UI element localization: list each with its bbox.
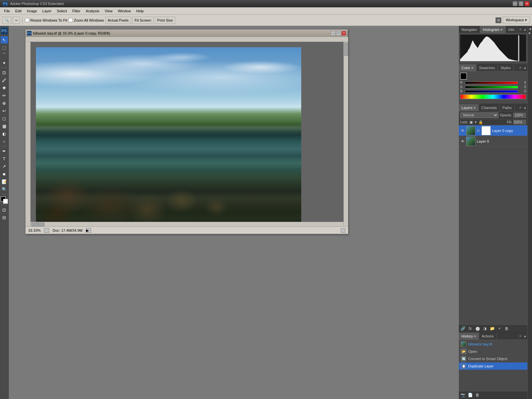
menu-layer[interactable]: Layer [40, 8, 54, 14]
notes-tool[interactable]: 📝 [1, 178, 8, 185]
resize-windows-input[interactable] [25, 18, 29, 22]
layer-item-0-copy[interactable]: 👁 ⛓ Layer 0 copy [459, 125, 527, 136]
gradient-tool[interactable]: ▦ [1, 122, 8, 130]
status-info-button[interactable]: ▶ [86, 228, 91, 233]
eyedropper-tool[interactable]: 🖉 [1, 76, 8, 84]
lasso-tool[interactable]: ⌒ [1, 52, 8, 59]
menu-window[interactable]: Window [115, 8, 133, 14]
lock-move-icon[interactable]: ✦ [474, 120, 477, 124]
layer-link-button[interactable]: 🔗 [460, 326, 466, 331]
clone-tool[interactable]: ⊕ [1, 99, 8, 107]
status-arrow-button[interactable] [44, 228, 49, 233]
zoom-all-checkbox[interactable]: Zoom All Windows [68, 18, 104, 22]
layer-fx-button[interactable]: fx [467, 326, 473, 331]
blue-slider[interactable] [465, 90, 518, 93]
tab-histogram[interactable]: Histogram × [480, 26, 506, 33]
background-color[interactable] [3, 199, 8, 204]
healing-tool[interactable]: ✚ [1, 84, 8, 91]
opacity-input[interactable] [513, 113, 526, 118]
menu-image[interactable]: Image [24, 8, 40, 14]
lock-pixels-icon[interactable]: ▣ [469, 120, 473, 124]
navigator-panel-menu[interactable]: ≡ [518, 28, 523, 31]
workspace-button[interactable]: Workspace ▾ [503, 17, 530, 24]
doc-maximize-button[interactable]: □ [336, 31, 341, 36]
tab-info[interactable]: Info [506, 26, 517, 33]
change-screen-mode[interactable]: ⊟ [1, 214, 8, 221]
menu-analysis[interactable]: Analysis [83, 8, 102, 14]
move-tool[interactable]: ↖ [1, 36, 8, 44]
vertical-scrollbar[interactable] [343, 42, 348, 226]
color-spectrum[interactable] [460, 94, 526, 99]
foreground-background-colors[interactable] [1, 197, 8, 204]
history-panel-menu[interactable]: ≡ [518, 334, 523, 338]
layer-new-button[interactable]: + [497, 326, 502, 331]
dodge-tool[interactable]: ○ [1, 138, 8, 145]
tab-layers[interactable]: Layers × [459, 104, 479, 111]
zoom-tool-left[interactable]: 🔍 [1, 186, 8, 193]
marquee-tool[interactable]: ⬚ [1, 44, 8, 51]
history-convert[interactable]: 🔄 Convert to Smart Object [459, 355, 527, 362]
history-delete-button[interactable]: 🗑 [475, 392, 480, 398]
layers-expand[interactable]: ▲ [523, 105, 527, 110]
blend-mode-select[interactable]: Normal [460, 112, 498, 118]
tab-color[interactable]: Color × [459, 64, 476, 71]
menu-view[interactable]: View [102, 8, 115, 14]
history-source-file[interactable]: hillswick bay.tif [459, 340, 527, 348]
eraser-tool[interactable]: ◻ [1, 115, 8, 122]
menu-filter[interactable]: Filter [69, 8, 83, 14]
collapse-arrow-bottom[interactable]: ▶ [529, 31, 531, 35]
menu-edit[interactable]: Edit [13, 8, 24, 14]
tab-paths[interactable]: Paths [500, 104, 515, 111]
shape-tool[interactable]: ■ [1, 170, 8, 178]
tab-channels[interactable]: Channels [479, 104, 500, 111]
zoom-minus-button[interactable]: − [13, 17, 20, 24]
history-duplicate[interactable]: 📋 Duplicate Layer [459, 362, 527, 370]
blur-tool[interactable]: ◐ [1, 130, 8, 137]
layers-panel-menu[interactable]: ≡ [518, 106, 523, 109]
layer-adjustment-button[interactable]: ◑ [482, 326, 487, 331]
color-panel-menu[interactable]: ≡ [518, 66, 523, 69]
menu-select[interactable]: Select [54, 8, 70, 14]
collapse-arrow-top[interactable]: ◀ [529, 27, 531, 31]
actual-pixels-button[interactable]: Actual Pixels [105, 17, 131, 24]
menu-help[interactable]: Help [134, 8, 147, 14]
history-expand[interactable]: ▲ [523, 333, 527, 338]
doc-close-button[interactable]: ✕ [341, 31, 346, 36]
color-expand[interactable]: ▲ [523, 65, 527, 70]
resize-windows-checkbox[interactable]: Resize Windows To Fit [25, 18, 67, 22]
layer-delete-button[interactable]: 🗑 [504, 326, 509, 331]
screen-mode-btn[interactable]: ⊡ [1, 206, 8, 213]
tab-actions[interactable]: Actions [479, 332, 497, 340]
zoom-tool-button[interactable]: 🔍 [2, 17, 11, 24]
layer-visibility-0[interactable]: 👁 [460, 139, 465, 144]
tab-styles[interactable]: Styles [498, 64, 513, 71]
close-button[interactable]: ✕ [525, 1, 529, 6]
history-open[interactable]: 📂 Open [459, 348, 527, 355]
history-snapshot-button[interactable]: 📷 [460, 392, 466, 398]
tab-history[interactable]: History × [459, 332, 479, 340]
minimize-button[interactable]: — [513, 1, 517, 6]
color-swatch[interactable] [460, 73, 467, 79]
panel-collapse-strip[interactable]: ◀ ▶ [527, 26, 532, 399]
tab-navigator[interactable]: Navigator [459, 26, 480, 33]
screen-mode-icon[interactable]: ⊞ [495, 17, 501, 23]
doc-minimize-button[interactable]: — [331, 31, 335, 36]
type-tool[interactable]: T [1, 155, 8, 162]
tab-swatches[interactable]: Swatches [476, 64, 498, 71]
fill-input[interactable] [513, 120, 526, 124]
red-slider[interactable] [465, 81, 518, 84]
layer-visibility-copy[interactable]: 👁 [460, 128, 465, 133]
lock-all-icon[interactable]: 🔒 [478, 120, 483, 124]
crop-tool[interactable]: ⊡ [1, 69, 8, 76]
layer-item-0[interactable]: 👁 Layer 0 [459, 136, 527, 147]
maximize-button[interactable]: □ [519, 1, 523, 6]
menu-file[interactable]: File [1, 8, 13, 14]
history-new-document-button[interactable]: 📄 [467, 392, 473, 398]
fit-screen-button[interactable]: Fit Screen [132, 17, 154, 24]
magic-wand-tool[interactable]: ✦ [1, 59, 8, 66]
navigator-expand[interactable]: ▲ [523, 27, 527, 32]
pen-tool[interactable]: ✒ [1, 147, 8, 155]
green-slider[interactable] [465, 86, 518, 88]
layer-mask-button[interactable]: ⬤ [475, 326, 480, 331]
path-tool[interactable]: ↗ [1, 163, 8, 170]
